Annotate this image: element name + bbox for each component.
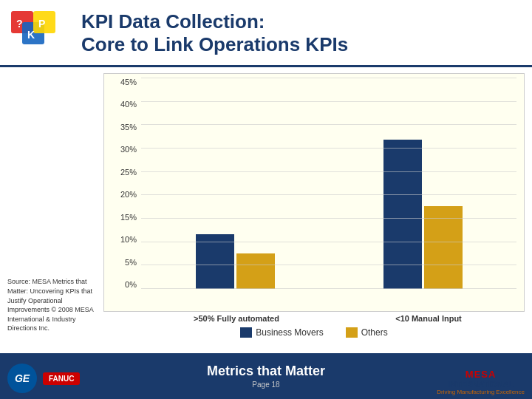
- bar-group-1: [196, 234, 275, 289]
- y-label-30: 30%: [120, 145, 137, 154]
- chart-legend: Business Movers Others: [103, 327, 525, 338]
- mesa-sub-text: Driving Manufacturing Excellence: [437, 389, 525, 395]
- footer-right-logo: MESA INTERNATIONAL Driving Manufacturing…: [437, 369, 525, 395]
- main-content: Source: MESA Metrics that Matter: Uncove…: [0, 67, 532, 341]
- footer-title: Metrics that Matter: [207, 364, 325, 379]
- bar-blue-2: [383, 140, 422, 289]
- y-label-25: 25%: [120, 168, 137, 177]
- bar-group-2: [383, 140, 463, 289]
- bar-blue-1: [196, 234, 234, 289]
- legend-box-blue: [240, 327, 252, 338]
- y-label-5: 5%: [125, 258, 137, 267]
- y-label-45: 45%: [120, 78, 137, 86]
- legend-item-business-movers: Business Movers: [240, 327, 323, 338]
- legend-label-others: Others: [361, 327, 388, 338]
- y-label-40: 40%: [120, 100, 137, 109]
- legend-label-business-movers: Business Movers: [256, 327, 323, 338]
- chart-area: 45% 40% 35% 30% 25% 20% 15% 10% 5% 0%: [103, 73, 525, 312]
- svg-text:?: ?: [16, 18, 23, 30]
- mesa-international-text: INTERNATIONAL: [448, 380, 514, 389]
- bar-yellow-1: [236, 253, 275, 289]
- x-label-1: >50% Fully automated: [181, 314, 292, 323]
- svg-text:P: P: [38, 18, 45, 30]
- y-label-20: 20%: [120, 190, 137, 199]
- source-text: Source: MESA Metrics that Matter: Uncove…: [7, 277, 96, 333]
- x-label-2: <10 Manual Input: [373, 314, 484, 323]
- bars-area: [141, 78, 516, 289]
- x-labels: >50% Fully automated <10 Manual Input: [103, 314, 525, 323]
- fanuc-logo: FANUC: [43, 372, 80, 385]
- legend-box-yellow: [346, 327, 358, 338]
- footer: GE FANUC Metrics that Matter Page 18 MES…: [0, 353, 532, 399]
- ge-logo: GE: [7, 364, 37, 393]
- svg-text:K: K: [27, 29, 35, 41]
- y-label-10: 10%: [120, 235, 137, 244]
- y-label-15: 15%: [120, 213, 137, 222]
- mesa-text: MESA: [466, 369, 497, 380]
- y-axis: 45% 40% 35% 30% 25% 20% 15% 10% 5% 0%: [104, 78, 140, 289]
- logo-cube: ? K P: [7, 7, 66, 59]
- footer-page: Page 18: [252, 381, 279, 389]
- chart-container: 45% 40% 35% 30% 25% 20% 15% 10% 5% 0%: [103, 73, 525, 338]
- header: ? K P KPI Data Collection: Core to Link …: [0, 0, 532, 67]
- header-title: KPI Data Collection: Core to Link Operat…: [81, 10, 348, 56]
- footer-logos: GE FANUC: [7, 364, 80, 393]
- legend-item-others: Others: [346, 327, 388, 338]
- y-label-35: 35%: [120, 123, 137, 132]
- bar-yellow-2: [424, 206, 463, 289]
- y-label-0: 0%: [125, 280, 137, 289]
